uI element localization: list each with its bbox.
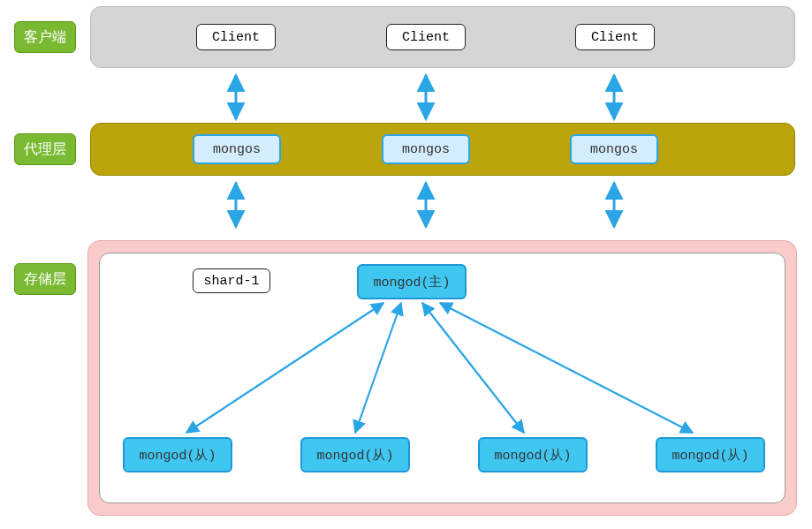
- client-node: Client: [386, 24, 466, 50]
- client-node: Client: [196, 24, 276, 50]
- mongos-node: mongos: [570, 134, 658, 164]
- mongos-node: mongos: [382, 134, 470, 164]
- shard-label: shard-1: [193, 268, 270, 293]
- mongod-secondary: mongod(从): [478, 437, 588, 472]
- mongod-secondary: mongod(从): [656, 437, 765, 472]
- layer-label-client: 客户端: [14, 21, 76, 53]
- client-node: Client: [575, 24, 655, 50]
- layer-label-proxy: 代理层: [14, 133, 76, 165]
- mongod-secondary: mongod(从): [123, 437, 232, 472]
- mongos-node: mongos: [193, 134, 281, 164]
- mongod-secondary: mongod(从): [300, 437, 410, 472]
- layer-label-storage: 存储层: [14, 263, 76, 295]
- mongod-primary: mongod(主): [357, 264, 467, 299]
